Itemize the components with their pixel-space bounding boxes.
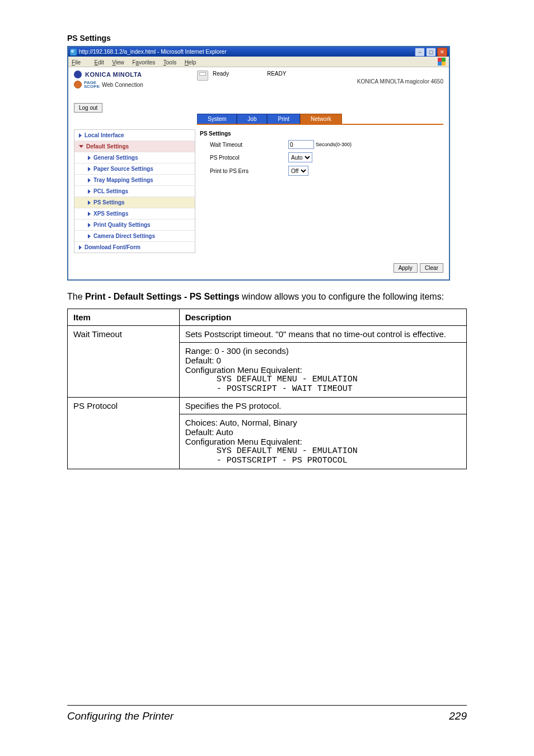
ie-menubar: File Edit View Favorites Tools Help — [68, 57, 449, 67]
cell-item: Wait Timeout — [68, 325, 180, 397]
tab-system[interactable]: System — [197, 114, 237, 124]
input-wait-timeout[interactable] — [288, 140, 314, 149]
intro-paragraph: The Print - Default Settings - PS Settin… — [67, 291, 467, 303]
sidebar-item-local-interface[interactable]: Local Interface — [74, 130, 195, 141]
page-footer: Configuring the Printer 229 — [67, 705, 467, 722]
select-ps-protocol[interactable]: Auto — [288, 152, 312, 162]
sidebar-item-pcl[interactable]: PCL Settings — [74, 186, 195, 197]
menu-edit[interactable]: Edit — [95, 59, 104, 66]
footer-left: Configuring the Printer — [67, 710, 174, 722]
hint-wait-timeout: Seconds(0-300) — [316, 142, 352, 147]
tab-bar: System Job Print Network — [197, 114, 443, 124]
section-heading: PS Settings — [67, 34, 467, 43]
pagescope-small-label: PAGESCOPE — [84, 81, 100, 88]
chevron-right-icon — [88, 234, 91, 239]
maximize-button[interactable]: ▢ — [426, 48, 436, 57]
clear-button[interactable]: Clear — [420, 263, 443, 273]
chevron-right-icon — [88, 167, 91, 171]
ie-window: http://192.168.1.2/a_index.html - Micros… — [67, 46, 450, 281]
select-print-ps-errs[interactable]: Off — [288, 166, 308, 176]
th-item: Item — [68, 309, 180, 325]
cell-desc: Choices: Auto, Normal, Binary Default: A… — [179, 414, 466, 469]
printer-model: KONICA MINOLTA magicolor 4650 — [291, 78, 443, 85]
chevron-right-icon — [88, 178, 91, 183]
tab-network[interactable]: Network — [300, 114, 342, 124]
label-ps-protocol: PS Protocol — [200, 155, 288, 161]
sidebar-item-general[interactable]: General Settings — [74, 152, 195, 164]
sidebar: Local Interface Default Settings General… — [74, 129, 195, 253]
windows-flag-icon — [438, 58, 446, 66]
th-description: Description — [179, 309, 466, 325]
menu-help[interactable]: Help — [185, 59, 196, 66]
tab-print[interactable]: Print — [267, 114, 300, 124]
cell-desc: Specifies the PS protocol. — [179, 397, 466, 414]
chevron-right-icon — [88, 189, 91, 194]
minimize-button[interactable]: – — [415, 48, 425, 57]
chevron-right-icon — [79, 245, 82, 250]
content-pane: PS Settings Wait Timeout Seconds(0-300) … — [200, 129, 443, 253]
label-print-ps-errs: Print to PS Errs — [200, 168, 288, 174]
status-ready-bold: READY — [267, 71, 286, 77]
content-heading: PS Settings — [200, 130, 443, 137]
sidebar-item-print-quality[interactable]: Print Quality Settings — [74, 220, 195, 231]
menu-favorites[interactable]: Favorites — [132, 59, 155, 66]
ie-titlebar: http://192.168.1.2/a_index.html - Micros… — [68, 47, 449, 57]
status-ready: Ready — [213, 71, 229, 77]
menu-view[interactable]: View — [112, 59, 124, 66]
pagescope-globe-icon — [74, 81, 82, 88]
menu-tools[interactable]: Tools — [163, 59, 176, 66]
pagescope-text: Web Connection — [102, 82, 143, 88]
sidebar-item-ps[interactable]: PS Settings — [74, 197, 195, 208]
sidebar-item-paper-source[interactable]: Paper Source Settings — [74, 164, 195, 175]
table-row: Wait Timeout Sets Postscript timeout. "0… — [68, 325, 467, 342]
apply-button[interactable]: Apply — [394, 263, 418, 273]
settings-table: Item Description Wait Timeout Sets Posts… — [67, 309, 467, 469]
footer-right: 229 — [449, 710, 467, 722]
km-logo-icon — [74, 71, 82, 78]
table-header-row: Item Description — [68, 309, 467, 325]
chevron-right-icon — [88, 223, 91, 227]
logout-button[interactable]: Log out — [74, 103, 102, 113]
brand-text: KONICA MINOLTA — [85, 71, 142, 78]
cell-item: PS Protocol — [68, 397, 180, 469]
sidebar-item-download[interactable]: Download Font/Form — [74, 242, 195, 253]
chevron-right-icon — [88, 156, 91, 160]
label-wait-timeout: Wait Timeout — [200, 142, 288, 148]
sidebar-item-camera[interactable]: Camera Direct Settings — [74, 231, 195, 242]
chevron-right-icon — [88, 212, 91, 216]
printer-icon — [197, 71, 208, 81]
tab-job[interactable]: Job — [237, 114, 267, 124]
menu-file[interactable]: File — [72, 59, 86, 66]
close-button[interactable]: ✕ — [437, 48, 447, 57]
cell-desc: Range: 0 - 300 (in seconds) Default: 0 C… — [179, 342, 466, 397]
cell-desc: Sets Postscript timeout. "0" means that … — [179, 325, 466, 342]
ie-icon — [70, 49, 77, 55]
sidebar-item-default-settings[interactable]: Default Settings — [74, 141, 195, 152]
sidebar-item-tray-mapping[interactable]: Tray Mapping Settings — [74, 175, 195, 186]
chevron-down-icon — [79, 145, 83, 148]
table-row: PS Protocol Specifies the PS protocol. — [68, 397, 467, 414]
sidebar-item-xps[interactable]: XPS Settings — [74, 208, 195, 220]
ie-title-text: http://192.168.1.2/a_index.html - Micros… — [79, 49, 226, 55]
chevron-right-icon — [79, 133, 82, 138]
chevron-right-icon — [88, 200, 91, 205]
